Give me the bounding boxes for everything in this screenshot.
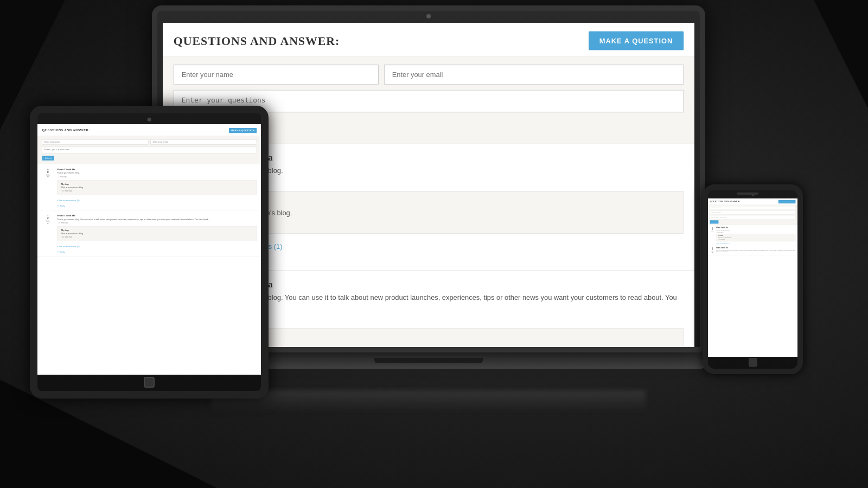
- phone-home-button[interactable]: [749, 358, 757, 367]
- laptop-question-text-2: This is your store's blog. You can use i…: [208, 292, 684, 313]
- phone-name-input[interactable]: [710, 206, 796, 210]
- laptop-question-text-1: This is your store's blog.: [208, 165, 684, 176]
- phone-question-time-1: - 2 days ago -: [716, 232, 795, 233]
- tablet-see-more-2[interactable]: » See more answers (1): [57, 246, 79, 248]
- tablet-question-time-1: - 2 days ago -: [57, 176, 257, 178]
- tablet-question-item-2: ▲ 2 Vote ▼ Pham Thanh Ha This is your st…: [37, 210, 261, 256]
- tablet-question-author-1: Pham Thanh Ha: [57, 168, 257, 170]
- tablet-qa-content: QUESTIONS AND ANSWER: MAKE A QUESTION Su…: [37, 124, 261, 375]
- phone-question-author-2: Pham Thanh Ha: [716, 247, 795, 249]
- phone-question-item-1: ▲ 0 Vote Pham Thanh Ha This is your stor…: [708, 225, 797, 245]
- phone-qa-header: QUESTIONS AND ANSWER: MAKE A QUESTION: [708, 198, 797, 205]
- tablet-submit-button[interactable]: Submit: [42, 156, 54, 160]
- laptop-answer-shop-1: My shop: [217, 198, 674, 207]
- tablet-answer-time-1: - 11 days ago -: [61, 190, 252, 192]
- tablet-vote-down-1[interactable]: ▼: [47, 176, 49, 179]
- phone-vote-area-1: ▲ 0 Vote: [710, 227, 715, 245]
- tablet-question-text-2: This is your store's blog. You can use i…: [57, 218, 257, 221]
- tablet-question-item-1: ▲ 0 Vote ▼ Pham Thanh Ha This is your st…: [37, 164, 261, 210]
- laptop-question-body-1: Pham Thanh Ha This is your store's blog.…: [208, 153, 684, 270]
- phone-speaker: [737, 192, 758, 195]
- laptop-qa-title: QUESTIONS AND ANSWER:: [174, 34, 340, 48]
- laptop-answer-box-2: My shop This is your store's blog. - 11 …: [208, 328, 684, 347]
- tablet-question-textarea[interactable]: [42, 147, 257, 153]
- laptop-answer-shop-2: My shop: [217, 335, 674, 344]
- corner-decoration-tr: [814, 0, 868, 108]
- tablet-name-input[interactable]: [42, 139, 149, 144]
- laptop-hinge: [374, 358, 483, 363]
- tablet-answer-text-2: This is your store's blog.: [61, 233, 252, 235]
- phone-screen: QUESTIONS AND ANSWER: MAKE A QUESTION Su…: [708, 198, 797, 357]
- phone-question-text-1: This is your store's blog.: [716, 229, 795, 231]
- phone-question-author-1: Pham Thanh Ha: [716, 227, 795, 229]
- laptop-question-body-2: Pham Thanh Ha This is your store's blog.…: [208, 279, 684, 347]
- phone-submit-button[interactable]: Submit: [710, 220, 719, 223]
- tablet-vote-area-1: ▲ 0 Vote ▼: [42, 168, 54, 210]
- laptop-answer-time-1: - 11 days ago -: [217, 219, 674, 227]
- tablet-camera: [148, 118, 151, 121]
- tablet-qa-title: QUESTIONS AND ANSWER:: [42, 129, 90, 132]
- tablet-make-question-button[interactable]: MAKE A QUESTION: [229, 128, 257, 133]
- tablet-reply-1[interactable]: Reply: [57, 204, 65, 207]
- phone-form-row-1: [710, 206, 796, 210]
- laptop-question-time-1: - 2 days ago -: [208, 178, 684, 186]
- tablet-answer-shop-1: My shop: [61, 183, 252, 185]
- tablet-form-row-1: [42, 139, 257, 144]
- phone-answer-box-1: My shop This is your store's blog. - 11 …: [716, 234, 795, 241]
- tablet-vote-down-2[interactable]: ▼: [47, 222, 49, 225]
- tablet-vote-count-1: 0: [47, 170, 49, 174]
- phone-qa-title: QUESTIONS AND ANSWER:: [710, 201, 741, 203]
- phone-question-textarea[interactable]: [710, 215, 796, 220]
- phone-email-input[interactable]: [710, 211, 796, 215]
- phone-question-body-1: Pham Thanh Ha This is your store's blog.…: [716, 227, 795, 245]
- tablet-question-time-2: - 10 days ago -: [57, 222, 257, 224]
- tablet-home-button[interactable]: [144, 377, 155, 388]
- tablet-vote-area-2: ▲ 2 Vote ▼: [42, 214, 54, 256]
- laptop-email-input[interactable]: [384, 65, 684, 85]
- tablet-answer-text-1: This is your store's blog.: [61, 187, 252, 189]
- phone-qa-content: QUESTIONS AND ANSWER: MAKE A QUESTION Su…: [708, 198, 797, 357]
- phone-answer-text-1: This is your store's blog.: [718, 237, 794, 239]
- phone-qa-form: Submit: [708, 205, 797, 226]
- phone-vote-area-2: ▲ 2 Vote ▼: [710, 247, 715, 255]
- laptop-qa-header: QUESTIONS AND ANSWER: MAKE A QUESTION: [163, 23, 694, 57]
- tablet-answer-box-1: My shop This is your store's blog. - 11 …: [57, 180, 257, 195]
- laptop-question-author-2: Pham Thanh Ha: [208, 279, 684, 290]
- laptop-question-author-1: Pham Thanh Ha: [208, 153, 684, 164]
- phone-question-body-2: Pham Thanh Ha This is your store's blog.…: [716, 247, 795, 255]
- phone-vote-label-1: Vote: [711, 230, 713, 232]
- laptop-answer-box-1: My shop This is your store's blog. - 11 …: [208, 191, 684, 233]
- tablet-question-author-2: Pham Thanh Ha: [57, 214, 257, 217]
- tablet-answer-time-2: - 11 days ago -: [61, 236, 252, 238]
- tablet-vote-count-2: 2: [47, 216, 49, 220]
- laptop-form-row-1: [174, 65, 684, 85]
- phone-question-text-2: This is your store's blog. You can use i…: [716, 249, 795, 253]
- laptop-question-time-2: - 10 days ago -: [208, 315, 684, 323]
- laptop-name-input[interactable]: [174, 65, 379, 85]
- phone-answer-time-1: - 11 days ago -: [718, 239, 794, 240]
- laptop-answer-text-2: This is your store's blog.: [217, 345, 674, 346]
- phone-answer-shop-1: My shop: [718, 235, 794, 236]
- tablet-email-input[interactable]: [151, 139, 257, 144]
- phone-make-question-button[interactable]: MAKE A QUESTION: [778, 200, 796, 203]
- tablet-qa-form: Submit: [37, 136, 261, 164]
- tablet-answer-shop-2: My shop: [61, 229, 252, 232]
- tablet-qa-header: QUESTIONS AND ANSWER: MAKE A QUESTION: [37, 124, 261, 136]
- tablet-question-body-1: Pham Thanh Ha This is your store's blog.…: [57, 168, 257, 210]
- tablet-screen: QUESTIONS AND ANSWER: MAKE A QUESTION Su…: [37, 124, 261, 375]
- tablet-question-body-2: Pham Thanh Ha This is your store's blog.…: [57, 214, 257, 256]
- tablet-see-more-1[interactable]: » See more answers (1): [57, 200, 79, 202]
- tablet-answer-box-2: My shop This is your store's blog. - 11 …: [57, 226, 257, 241]
- laptop-make-question-button[interactable]: MAKE A QUESTION: [589, 31, 684, 50]
- phone-form-row-2: [710, 211, 796, 215]
- laptop-reflection: [212, 390, 646, 412]
- phone-question-time-2: - 10 days ago -: [716, 253, 795, 255]
- phone-vote-down-2[interactable]: ▼: [712, 252, 713, 253]
- tablet-questions-list: ▲ 0 Vote ▼ Pham Thanh Ha This is your st…: [37, 164, 261, 367]
- phone-question-item-2: ▲ 2 Vote ▼ Pham Thanh Ha This is your st…: [708, 245, 797, 255]
- laptop-answer-text-1: This is your store's blog.: [217, 209, 674, 217]
- tablet-reply-2[interactable]: Reply: [57, 251, 65, 253]
- phone-see-more-1[interactable]: » See more answers (1): [716, 243, 730, 245]
- phone-questions-list: ▲ 0 Vote Pham Thanh Ha This is your stor…: [708, 225, 797, 357]
- phone-device: QUESTIONS AND ANSWER: MAKE A QUESTION Su…: [703, 184, 803, 374]
